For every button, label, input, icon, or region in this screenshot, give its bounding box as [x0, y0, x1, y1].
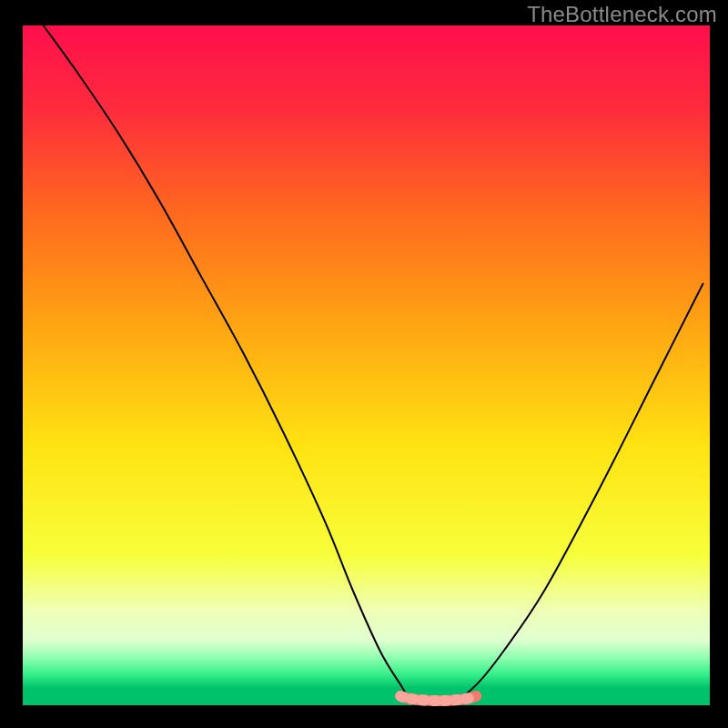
chart-canvas: TheBottleneck.com	[0, 0, 728, 728]
gradient-background	[23, 25, 710, 705]
bottleneck-plot	[0, 0, 728, 728]
flat-bottom-segment-dots	[400, 696, 476, 701]
